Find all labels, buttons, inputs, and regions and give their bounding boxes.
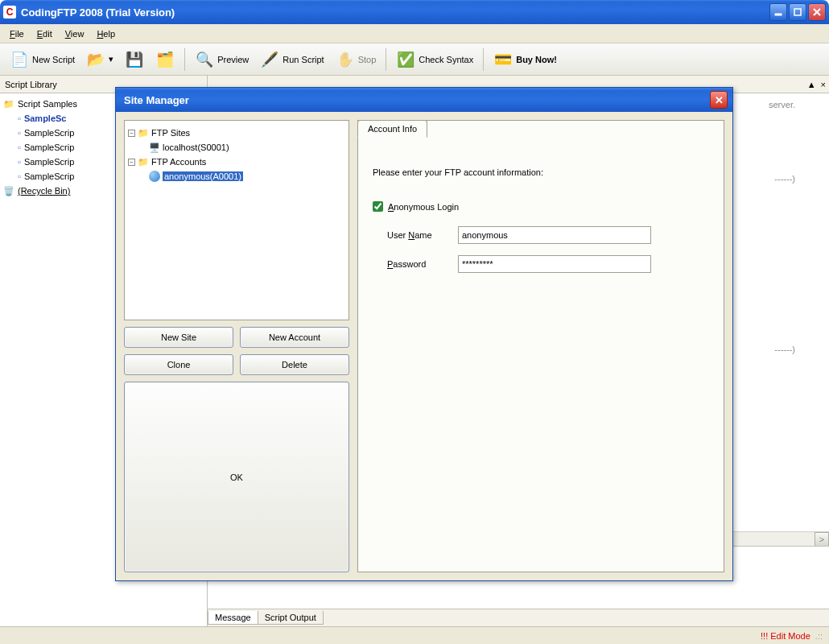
new-site-button[interactable]: New Site [124, 327, 233, 348]
tab-message[interactable]: Message [208, 611, 258, 625]
button-row: Clone Delete [124, 354, 349, 375]
close-button[interactable] [808, 3, 826, 21]
toolbar-separator [386, 48, 386, 71]
dialog-title: Site Manager [121, 94, 710, 106]
toolbar-separator [184, 48, 185, 71]
dialog-body: − 📁 FTP Sites 🖥️ localhost(S0001) − 📁 FT… [116, 112, 732, 580]
maximize-button[interactable] [789, 3, 806, 21]
username-label: User Name [387, 230, 458, 240]
check-syntax-button[interactable]: ✅ Check Syntax [391, 47, 478, 72]
statusbar: !!! Edit Mode .:: [0, 626, 829, 644]
magnifier-icon: 🔍 [195, 50, 214, 69]
anonymous-login-label: Anonymous Login [388, 202, 459, 212]
dialog-left-pane: − 📁 FTP Sites 🖥️ localhost(S0001) − 📁 FT… [124, 120, 349, 572]
window-controls [769, 3, 826, 21]
user-icon [149, 171, 160, 182]
run-script-button[interactable]: 🖋️ Run Script [255, 47, 328, 72]
site-manager-dialog: Site Manager ✕ − 📁 FTP Sites 🖥️ localhos… [115, 87, 733, 581]
menu-file[interactable]: File [3, 27, 31, 41]
toolbar: 📄 New Script 📂▾ 💾 🗂️ 🔍 Preview 🖋️ Run Sc… [0, 43, 829, 76]
collapse-icon[interactable]: − [128, 130, 135, 137]
anonymous-login-checkbox[interactable] [373, 201, 383, 212]
account-info-panel: Account Info Please enter your FTP accou… [357, 120, 724, 572]
menu-view[interactable]: View [59, 27, 91, 41]
scroll-right-button[interactable]: > [815, 532, 829, 546]
folder-icon: 📁 [138, 128, 149, 138]
resize-grip-icon[interactable]: .:: [815, 631, 823, 641]
new-script-button[interactable]: 📄 New Script [5, 47, 80, 72]
tree-node-anonymous[interactable]: anonymous(A0001) [128, 169, 345, 184]
stop-button[interactable]: ✋ Stop [331, 47, 382, 72]
username-row: User Name [373, 226, 709, 244]
save-all-icon: 🗂️ [155, 50, 175, 69]
clone-button[interactable]: Clone [124, 354, 233, 375]
toolbar-separator [483, 48, 484, 71]
folder-icon: 📁 [138, 157, 149, 167]
file-icon: ▫ [18, 142, 21, 152]
dialog-close-button[interactable]: ✕ [710, 91, 728, 109]
file-icon: ▫ [18, 157, 21, 167]
svg-rect-0 [775, 14, 782, 15]
menu-edit[interactable]: Edit [31, 27, 59, 41]
app-icon: C [3, 6, 16, 19]
save-icon: 💾 [125, 50, 144, 69]
collapse-icon[interactable]: − [128, 159, 135, 166]
wallet-icon: 💳 [493, 50, 513, 69]
preview-button[interactable]: 🔍 Preview [190, 47, 254, 72]
svg-rect-1 [794, 9, 801, 15]
output-tabs: Message Script Output [208, 609, 829, 626]
button-row: New Site New Account [124, 327, 349, 348]
file-icon: ▫ [18, 114, 21, 123]
password-input[interactable] [458, 255, 651, 273]
sites-tree[interactable]: − 📁 FTP Sites 🖥️ localhost(S0001) − 📁 FT… [124, 120, 349, 320]
new-file-icon: 📄 [10, 50, 29, 69]
minimize-button[interactable] [769, 3, 787, 21]
tab-script-output[interactable]: Script Output [258, 611, 324, 625]
intro-text: Please enter your FTP account informatio… [373, 167, 709, 177]
menu-help[interactable]: Help [90, 27, 122, 41]
username-input[interactable] [458, 226, 651, 244]
stop-icon: ✋ [336, 50, 355, 69]
run-icon: 🖋️ [260, 50, 279, 69]
open-folder-icon: 📂 [86, 50, 105, 69]
tree-node-ftp-accounts[interactable]: − 📁 FTP Accounts [128, 155, 345, 169]
open-button[interactable]: 📂▾ [81, 47, 118, 72]
ok-button[interactable]: OK [124, 382, 349, 572]
tab-account-info[interactable]: Account Info [357, 120, 427, 138]
password-label: Password [387, 259, 458, 269]
tree-node-localhost[interactable]: 🖥️ localhost(S0001) [128, 140, 345, 155]
trash-icon: 🗑️ [3, 186, 14, 196]
password-row: Password [373, 255, 709, 273]
panel-collapse-icon[interactable]: ▲ [807, 80, 816, 89]
save-all-button[interactable]: 🗂️ [151, 47, 179, 72]
file-icon: ▫ [18, 171, 21, 181]
save-button[interactable]: 💾 [120, 47, 149, 72]
file-icon: ▫ [18, 128, 21, 138]
delete-button[interactable]: Delete [240, 354, 349, 375]
buy-now-button[interactable]: 💳 Buy Now! [489, 47, 562, 72]
dialog-right-pane: Account Info Please enter your FTP accou… [357, 120, 724, 572]
status-edit-mode: !!! Edit Mode [761, 631, 810, 641]
main-titlebar: C CodingFTP 2008 (Trial Version) [0, 0, 829, 24]
menubar: File Edit View Help [0, 24, 829, 43]
check-icon: ✅ [396, 50, 415, 69]
panel-close-icon[interactable]: × [821, 80, 826, 89]
dialog-titlebar[interactable]: Site Manager ✕ [116, 88, 732, 112]
new-account-button[interactable]: New Account [240, 327, 349, 348]
tree-node-ftp-sites[interactable]: − 📁 FTP Sites [128, 126, 345, 140]
window-title: CodingFTP 2008 (Trial Version) [21, 6, 769, 19]
folder-icon: 📁 [3, 99, 14, 109]
anonymous-login-row: Anonymous Login [373, 201, 709, 212]
server-icon: 🖥️ [149, 142, 160, 153]
